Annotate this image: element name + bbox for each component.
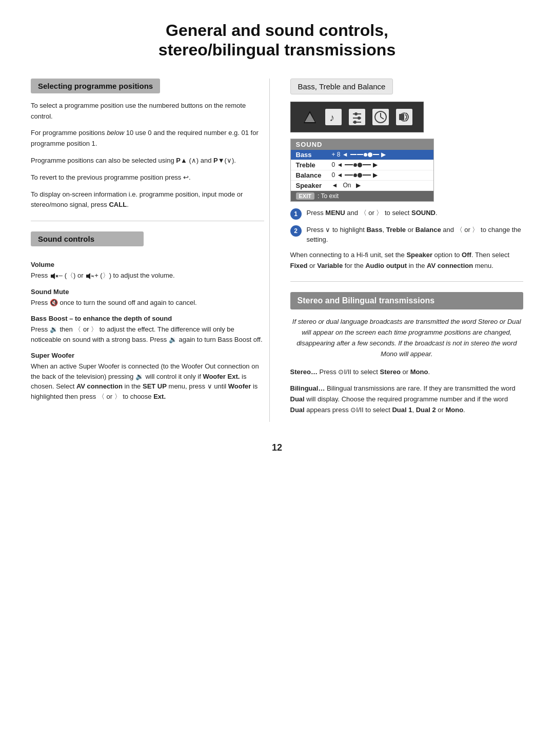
menu-row-balance: Balance 0 ◄ ▶	[291, 170, 433, 181]
volume-text: Press – (〈) or + (〉) to adjust the volum…	[31, 270, 264, 281]
step-2-num: 2	[290, 225, 302, 237]
sound-mute-text: Press 🔇 once to turn the sound off and a…	[31, 298, 264, 308]
para4: To revert to the previous programme posi…	[31, 172, 264, 183]
svg-point-17	[353, 121, 357, 124]
sound-menu-header: SOUND	[291, 139, 433, 150]
step3-text: When connecting to a Hi-fi unit, set the…	[290, 250, 524, 272]
bilingual-text: Bilingual… Bilingual transmissions are r…	[290, 383, 524, 415]
svg-marker-0	[51, 273, 55, 279]
stereo-italic: If stereo or dual language broadcasts ar…	[290, 317, 524, 359]
sound-menu: SOUND Bass + 8 ◄ ▶ Treble 0 ◄	[290, 139, 434, 202]
para3: Programme positions can also be selected…	[31, 156, 264, 166]
bass-label: Bass	[296, 151, 332, 159]
right-column: Bass, Treble and Balance ♪	[285, 79, 524, 422]
bass-value: + 8 ◄ ▶	[332, 151, 428, 158]
speaker-label: Speaker	[296, 182, 332, 189]
treble-value: 0 ◄ ▶	[332, 161, 428, 168]
svg-marker-3	[86, 273, 90, 279]
stereo-text: Stereo… Press ⊙I/II to select Stereo or …	[290, 367, 524, 378]
steps-container: 1 Press MENU and 〈 or 〉 to select SOUND.…	[290, 208, 524, 245]
volume-title: Volume	[31, 261, 264, 268]
svg-point-13	[354, 112, 358, 115]
sound-mute-title: Sound Mute	[31, 288, 264, 296]
treble-label: Treble	[296, 161, 332, 169]
section-sound-header: Sound controls	[31, 231, 144, 246]
speaker-value: ◄ On ▶	[332, 182, 428, 189]
para2: For programme positions below 10 use 0 a…	[31, 128, 264, 149]
section-bass-header: Bass, Treble and Balance	[290, 79, 393, 94]
page-title: General and sound controls, stereo/bilin…	[31, 21, 523, 60]
page-number: 12	[31, 442, 523, 453]
bass-boost-title: Bass Boost – to enhance the depth of sou…	[31, 315, 264, 322]
para5: To display on-screen information i.e. pr…	[31, 189, 264, 211]
remote-icon-5	[394, 107, 414, 127]
super-woofer-text: When an active Super Woofer is connected…	[31, 361, 264, 401]
section-selecting-header: Selecting programme positions	[31, 79, 160, 93]
remote-icon-4	[371, 107, 390, 127]
exit-bar: EXIT : To exit	[291, 191, 433, 201]
remote-icon-2: ♪	[324, 107, 343, 127]
balance-label: Balance	[296, 171, 332, 179]
svg-rect-11	[349, 109, 365, 125]
svg-text:♪: ♪	[329, 112, 334, 123]
step-1-text: Press MENU and 〈 or 〉 to select SOUND.	[307, 208, 524, 218]
menu-row-bass: Bass + 8 ◄ ▶	[291, 150, 433, 160]
para1: To select a programme position use the n…	[31, 101, 264, 122]
remote-icon-3	[347, 107, 367, 127]
exit-text: : To exit	[318, 192, 339, 200]
menu-row-treble: Treble 0 ◄ ▶	[291, 160, 433, 170]
left-column: Selecting programme positions To select …	[31, 79, 270, 422]
step-2: 2 Press ∨ to highlight Bass, Treble or B…	[290, 225, 524, 245]
exit-badge: EXIT	[296, 192, 314, 200]
balance-value: 0 ◄ ▶	[332, 171, 428, 179]
section-stereo-header: Stereo and Bilingual transmissions	[290, 292, 524, 309]
remote-icon-1	[300, 107, 320, 127]
super-woofer-title: Super Woofer	[31, 352, 264, 359]
step-1-num: 1	[290, 208, 302, 220]
bass-boost-text: Press 🔉 then 〈 or 〉 to adjust the effect…	[31, 324, 264, 344]
step-2-text: Press ∨ to highlight Bass, Treble or Bal…	[307, 225, 524, 245]
svg-point-15	[358, 117, 361, 120]
remote-icons-bar: ♪	[290, 102, 424, 132]
menu-row-speaker: Speaker ◄ On ▶	[291, 181, 433, 191]
step-1: 1 Press MENU and 〈 or 〉 to select SOUND.	[290, 208, 524, 220]
